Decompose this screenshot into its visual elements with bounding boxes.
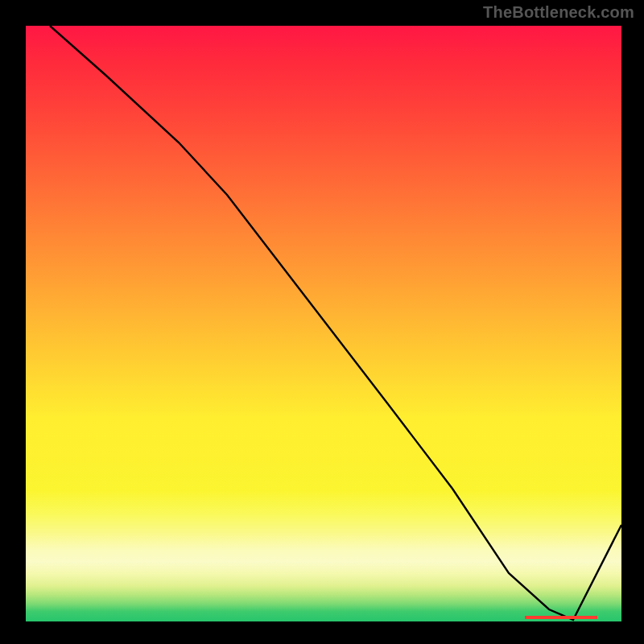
chart-line-svg bbox=[26, 26, 621, 621]
bottleneck-curve-path bbox=[50, 26, 621, 620]
chart-plot-area bbox=[24, 24, 623, 623]
watermark-text: TheBottleneck.com bbox=[483, 3, 634, 22]
